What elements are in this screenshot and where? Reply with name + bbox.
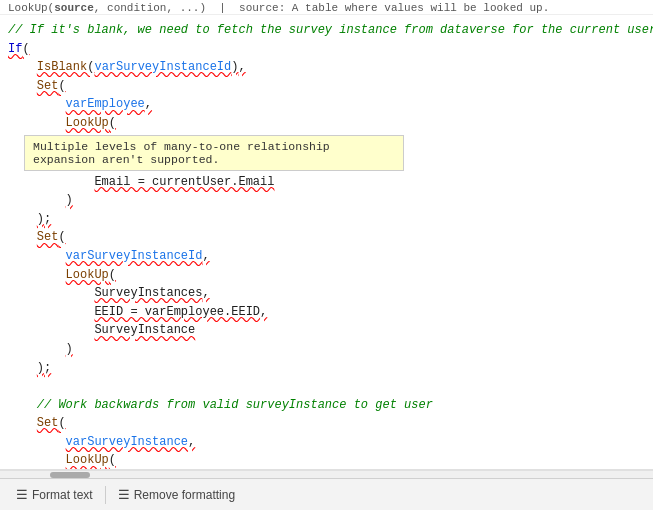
code-line [8, 377, 645, 396]
format-text-icon: ☰ [16, 487, 28, 502]
code-line: Set( [8, 414, 645, 433]
format-text-label: Format text [32, 488, 93, 502]
code-line: SurveyInstance [8, 321, 645, 340]
code-line: varSurveyInstance, [8, 433, 645, 452]
code-area[interactable]: // If it's blank, we need to fetch the s… [0, 15, 653, 470]
code-line: Email = currentUser.Email [8, 173, 645, 192]
code-line: ) [8, 191, 645, 210]
remove-formatting-icon: ☰ [118, 487, 130, 502]
code-line: varEmployee, [8, 95, 645, 114]
code-line: If( [8, 40, 645, 59]
code-line: IsBlank(varSurveyInstanceId), [8, 58, 645, 77]
tooltip-box: Multiple levels of many-to-one relations… [24, 135, 404, 171]
code-line: LookUp( [8, 266, 645, 285]
code-line: LookUp( [8, 451, 645, 470]
code-line: EEID = varEmployee.EEID, [8, 303, 645, 322]
code-line: ) [8, 340, 645, 359]
code-line: varSurveyInstanceId, [8, 247, 645, 266]
bottom-toolbar: ☰ Format text ☰ Remove formatting [0, 478, 653, 510]
code-line: Set( [8, 77, 645, 96]
remove-formatting-label: Remove formatting [134, 488, 235, 502]
scrollbar-thumb[interactable] [50, 472, 90, 478]
code-line: ); [8, 210, 645, 229]
remove-formatting-button[interactable]: ☰ Remove formatting [110, 484, 243, 505]
tooltip-container: Multiple levels of many-to-one relations… [8, 133, 645, 173]
code-line: LookUp( [8, 114, 645, 133]
format-text-button[interactable]: ☰ Format text [8, 484, 101, 505]
code-line: Set( [8, 228, 645, 247]
hint-text: LookUp(source, condition, ...) | source:… [8, 2, 549, 14]
toolbar-separator [105, 486, 106, 504]
code-line: // Work backwards from valid surveyInsta… [8, 396, 645, 415]
code-line: // If it's blank, we need to fetch the s… [8, 21, 645, 40]
scrollbar-area[interactable] [0, 470, 653, 478]
code-line: SurveyInstances, [8, 284, 645, 303]
top-hint-bar: LookUp(source, condition, ...) | source:… [0, 0, 653, 15]
code-line: ); [8, 359, 645, 378]
